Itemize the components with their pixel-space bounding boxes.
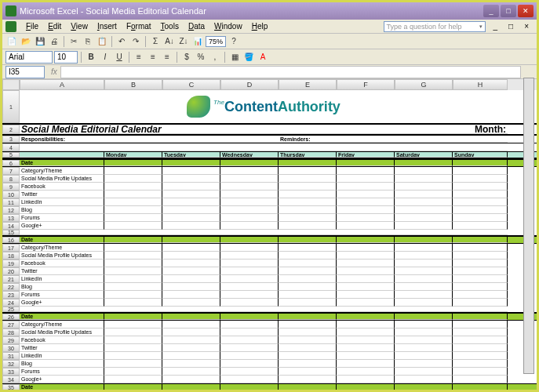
cell[interactable]: [453, 328, 508, 336]
help-search-box[interactable]: Type a question for help: [384, 21, 486, 32]
doc-close-button[interactable]: ×: [519, 22, 534, 31]
cell[interactable]: [162, 214, 220, 222]
cell[interactable]: [279, 252, 337, 260]
menu-data[interactable]: Data: [184, 22, 209, 31]
cell[interactable]: [104, 267, 162, 275]
row-header[interactable]: 2: [2, 125, 20, 134]
cell[interactable]: [279, 299, 337, 307]
cell[interactable]: [104, 321, 162, 328]
cell[interactable]: Twitter: [20, 344, 104, 352]
cell[interactable]: [395, 328, 453, 336]
chart-icon[interactable]: 📊: [191, 35, 204, 48]
cell[interactable]: [453, 252, 508, 260]
cell[interactable]: [279, 336, 337, 344]
col-header-a[interactable]: A: [20, 79, 104, 90]
cell[interactable]: [162, 307, 220, 312]
month-cell[interactable]: Month:: [333, 125, 508, 134]
cell[interactable]: [337, 244, 395, 252]
paste-icon[interactable]: 📋: [96, 35, 108, 48]
font-size-box[interactable]: 10: [54, 51, 78, 64]
cell[interactable]: [104, 175, 162, 183]
row-header[interactable]: 32: [2, 360, 20, 368]
cell[interactable]: [162, 384, 220, 390]
cell[interactable]: [104, 283, 162, 291]
cell[interactable]: [220, 336, 279, 344]
italic-icon[interactable]: I: [99, 51, 111, 64]
cell[interactable]: Forums: [20, 368, 104, 376]
cell[interactable]: [453, 175, 508, 183]
row-header[interactable]: 27: [2, 321, 20, 328]
cell[interactable]: [162, 167, 220, 175]
cell[interactable]: [453, 283, 508, 291]
cell[interactable]: [162, 376, 220, 383]
cell[interactable]: Date: [20, 384, 104, 390]
cell[interactable]: [337, 198, 395, 206]
cell[interactable]: Category/Theme: [20, 244, 104, 252]
cell[interactable]: [453, 376, 508, 383]
cell[interactable]: [220, 360, 279, 368]
cell[interactable]: [395, 376, 453, 383]
cell[interactable]: [395, 222, 453, 230]
save-icon[interactable]: 💾: [34, 35, 46, 48]
title-cell[interactable]: Social Media Editorial Calendar: [20, 125, 333, 134]
doc-restore-button[interactable]: □: [504, 22, 518, 31]
cell[interactable]: [104, 352, 162, 360]
cell[interactable]: [395, 344, 453, 352]
cell[interactable]: [453, 321, 508, 328]
cell[interactable]: [337, 336, 395, 344]
cell[interactable]: [453, 314, 508, 320]
cell[interactable]: [279, 191, 337, 198]
cell[interactable]: [20, 307, 104, 312]
row-header[interactable]: 25: [2, 307, 20, 312]
cell[interactable]: [395, 283, 453, 291]
col-header-e[interactable]: E: [279, 79, 337, 90]
row-header[interactable]: 30: [2, 344, 20, 352]
row-header[interactable]: 8: [2, 175, 20, 183]
cell[interactable]: LinkedIn: [20, 352, 104, 360]
align-center-icon[interactable]: ≡: [147, 51, 159, 64]
cell[interactable]: [395, 198, 453, 206]
cell[interactable]: [220, 291, 279, 299]
row-header[interactable]: 12: [2, 206, 20, 214]
col-header-d[interactable]: D: [220, 79, 279, 90]
cell[interactable]: [453, 368, 508, 376]
cell[interactable]: [104, 307, 162, 312]
redo-icon[interactable]: ↷: [129, 35, 142, 48]
cell[interactable]: [104, 260, 162, 267]
col-header-b[interactable]: B: [104, 79, 162, 90]
row-header[interactable]: 1: [2, 90, 20, 123]
cell[interactable]: [104, 237, 162, 243]
help-icon[interactable]: ?: [228, 35, 240, 48]
cell[interactable]: [395, 230, 453, 235]
print-icon[interactable]: 🖨: [48, 35, 60, 48]
cell[interactable]: [220, 237, 279, 243]
cell[interactable]: [162, 175, 220, 183]
cell[interactable]: [220, 191, 279, 198]
row-header[interactable]: 22: [2, 283, 20, 291]
cell[interactable]: [220, 222, 279, 230]
cell[interactable]: [337, 237, 395, 243]
cell[interactable]: [220, 368, 279, 376]
cell[interactable]: [453, 160, 508, 166]
cell[interactable]: Blog: [20, 206, 104, 214]
cell[interactable]: Facebook: [20, 183, 104, 191]
cell[interactable]: Date: [20, 314, 104, 320]
close-button[interactable]: ✕: [518, 5, 534, 17]
cell[interactable]: [279, 230, 337, 235]
cell[interactable]: Social Media Profile Updates: [20, 328, 104, 336]
cell[interactable]: [395, 368, 453, 376]
cell[interactable]: [279, 307, 337, 312]
cell[interactable]: LinkedIn: [20, 275, 104, 283]
cell[interactable]: [337, 352, 395, 360]
cell[interactable]: [337, 321, 395, 328]
cell[interactable]: [279, 198, 337, 206]
row-header[interactable]: 17: [2, 244, 20, 252]
doc-minimize-button[interactable]: _: [489, 22, 503, 31]
autosum-icon[interactable]: Σ: [149, 35, 162, 48]
cell[interactable]: Facebook: [20, 260, 104, 267]
cell[interactable]: [453, 237, 508, 243]
row-header[interactable]: 4: [2, 143, 20, 151]
row-header[interactable]: 20: [2, 267, 20, 275]
day-friday[interactable]: Friday: [337, 152, 395, 158]
cell[interactable]: [395, 291, 453, 299]
